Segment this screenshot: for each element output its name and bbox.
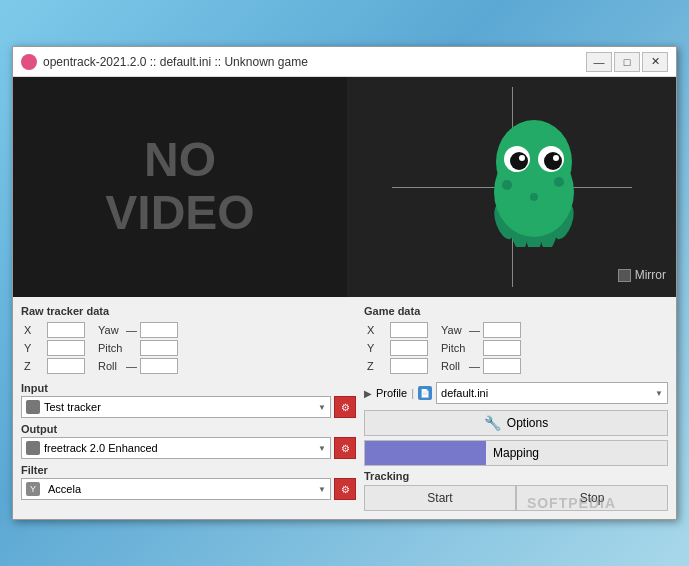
mirror-control: Mirror (618, 268, 666, 282)
mirror-checkbox[interactable] (618, 269, 631, 282)
profile-row: ▶ Profile | 📄 default.ini ▼ (364, 382, 668, 404)
raw-tracker-label: Raw tracker data (21, 305, 356, 317)
options-button[interactable]: 🔧 Options (364, 410, 668, 436)
game-pitch-val (483, 340, 521, 356)
game-x-label: X (367, 322, 387, 338)
window-title: opentrack-2021.2.0 :: default.ini :: Unk… (43, 55, 308, 69)
svg-point-13 (502, 180, 512, 190)
profile-value: default.ini (441, 387, 488, 399)
game-y-label: Y (367, 340, 387, 356)
raw-y-label: Y (24, 340, 44, 356)
minimize-button[interactable]: — (586, 52, 612, 72)
profile-separator: | (411, 387, 414, 399)
tracking-preview-area: Mirror (347, 77, 676, 297)
main-window: opentrack-2021.2.0 :: default.ini :: Unk… (12, 46, 677, 520)
raw-pitch-val (140, 340, 178, 356)
svg-point-14 (554, 177, 564, 187)
game-roll-val (483, 358, 521, 374)
game-z-label: Z (367, 358, 387, 374)
no-video-area: NO VIDEO (13, 77, 347, 297)
right-panel: Game data X Yaw — Y Pitch (364, 305, 668, 511)
profile-expand-icon[interactable]: ▶ (364, 388, 372, 399)
raw-roll-label: Roll (88, 358, 123, 374)
mapping-label: Mapping (493, 446, 539, 460)
options-label: Options (507, 416, 548, 430)
titlebar-left: opentrack-2021.2.0 :: default.ini :: Unk… (21, 54, 308, 70)
game-yaw-val (483, 322, 521, 338)
app-icon (21, 54, 37, 70)
no-video-text: NO VIDEO (105, 134, 254, 240)
start-button[interactable]: Start (364, 485, 516, 511)
raw-pitch-label: Pitch (88, 340, 123, 356)
stop-button[interactable]: Stop (516, 485, 668, 511)
input-label: Input (21, 382, 356, 394)
input-dropdown-arrow: ▼ (318, 403, 326, 412)
game-roll-label: Roll (431, 358, 466, 374)
svg-point-12 (553, 155, 559, 161)
game-z-val (390, 358, 428, 374)
raw-x-val (47, 322, 85, 338)
left-panel: Raw tracker data X Yaw — Y Pitch (21, 305, 356, 511)
options-icon: 🔧 (484, 415, 501, 431)
profile-label: Profile (376, 387, 407, 399)
main-visual-area: NO VIDEO (13, 77, 676, 297)
raw-roll-val (140, 358, 178, 374)
input-value: Test tracker (44, 401, 101, 413)
input-inner: Test tracker ▼ ⚙ (21, 396, 356, 418)
octopus-mascot (479, 107, 589, 250)
svg-point-10 (544, 152, 562, 170)
game-x-val (390, 322, 428, 338)
output-value: freetrack 2.0 Enhanced (44, 442, 158, 454)
output-dropdown[interactable]: freetrack 2.0 Enhanced ▼ (21, 437, 331, 459)
bottom-wrapper: Raw tracker data X Yaw — Y Pitch (13, 297, 676, 519)
input-icon (26, 400, 40, 414)
raw-yaw-val (140, 322, 178, 338)
game-data-section: Game data X Yaw — Y Pitch (364, 305, 668, 376)
input-config-button[interactable]: ⚙ (334, 396, 356, 418)
filter-inner: Y Accela ▼ ⚙ (21, 478, 356, 500)
output-control: Output freetrack 2.0 Enhanced ▼ ⚙ (21, 423, 356, 459)
profile-dropdown-arrow: ▼ (655, 389, 663, 398)
raw-z-val (47, 358, 85, 374)
game-pitch-label: Pitch (431, 340, 466, 356)
filter-dropdown-arrow: ▼ (318, 485, 326, 494)
filter-control: Filter Y Accela ▼ ⚙ (21, 464, 356, 500)
raw-yaw-label: Yaw (88, 322, 123, 338)
profile-dropdown[interactable]: default.ini ▼ (436, 382, 668, 404)
svg-point-11 (519, 155, 525, 161)
bottom-section: Raw tracker data X Yaw — Y Pitch (13, 297, 676, 519)
input-dropdown[interactable]: Test tracker ▼ (21, 396, 331, 418)
tracking-buttons: Start Stop (364, 485, 668, 511)
filter-value: Accela (48, 483, 81, 495)
mirror-label-text: Mirror (635, 268, 666, 282)
svg-point-15 (530, 193, 538, 201)
output-config-button[interactable]: ⚙ (334, 437, 356, 459)
output-inner: freetrack 2.0 Enhanced ▼ ⚙ (21, 437, 356, 459)
filter-icon: Y (26, 482, 40, 496)
game-y-val (390, 340, 428, 356)
raw-y-val (47, 340, 85, 356)
svg-point-9 (510, 152, 528, 170)
raw-tracker-section: Raw tracker data X Yaw — Y Pitch (21, 305, 356, 376)
filter-label: Filter (21, 464, 356, 476)
output-icon (26, 441, 40, 455)
close-button[interactable]: ✕ (642, 52, 668, 72)
tracking-label: Tracking (364, 470, 668, 482)
game-yaw-label: Yaw (431, 322, 466, 338)
input-control: Input Test tracker ▼ ⚙ (21, 382, 356, 418)
maximize-button[interactable]: □ (614, 52, 640, 72)
titlebar: opentrack-2021.2.0 :: default.ini :: Unk… (13, 47, 676, 77)
raw-x-label: X (24, 322, 44, 338)
window-controls: — □ ✕ (586, 52, 668, 72)
output-label: Output (21, 423, 356, 435)
filter-dropdown[interactable]: Y Accela ▼ (21, 478, 331, 500)
game-data-label: Game data (364, 305, 668, 317)
output-dropdown-arrow: ▼ (318, 444, 326, 453)
start-label: Start (427, 491, 452, 505)
stop-label: Stop (580, 491, 605, 505)
raw-z-label: Z (24, 358, 44, 374)
filter-config-button[interactable]: ⚙ (334, 478, 356, 500)
profile-file-icon: 📄 (418, 386, 432, 400)
mapping-button[interactable]: Mapping (364, 440, 668, 466)
